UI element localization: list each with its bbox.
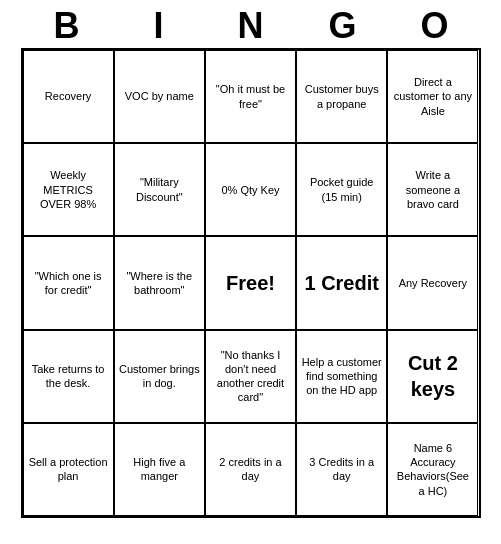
bingo-letter-b: B <box>21 8 113 44</box>
bingo-cell-17: "No thanks I don't need another credit c… <box>205 330 296 423</box>
bingo-cell-14: Any Recovery <box>387 236 478 329</box>
bingo-cell-19: Cut 2 keys <box>387 330 478 423</box>
bingo-header: BINGO <box>21 8 481 44</box>
bingo-cell-7: 0% Qty Key <box>205 143 296 236</box>
bingo-cell-13: 1 Credit <box>296 236 387 329</box>
bingo-letter-i: I <box>113 8 205 44</box>
bingo-cell-21: High five a manger <box>114 423 205 516</box>
bingo-cell-5: Weekly METRICS OVER 98% <box>23 143 114 236</box>
bingo-cell-20: Sell a protection plan <box>23 423 114 516</box>
bingo-cell-22: 2 credits in a day <box>205 423 296 516</box>
bingo-cell-9: Write a someone a bravo card <box>387 143 478 236</box>
bingo-cell-1: VOC by name <box>114 50 205 143</box>
bingo-cell-15: Take returns to the desk. <box>23 330 114 423</box>
bingo-cell-3: Customer buys a propane <box>296 50 387 143</box>
bingo-cell-0: Recovery <box>23 50 114 143</box>
bingo-cell-2: "Oh it must be free" <box>205 50 296 143</box>
bingo-letter-g: G <box>297 8 389 44</box>
bingo-cell-6: "Military Discount" <box>114 143 205 236</box>
bingo-cell-10: "Which one is for credit" <box>23 236 114 329</box>
bingo-cell-16: Customer brings in dog. <box>114 330 205 423</box>
bingo-cell-8: Pocket guide (15 min) <box>296 143 387 236</box>
bingo-cell-24: Name 6 Accuracy Behaviors(See a HC) <box>387 423 478 516</box>
bingo-cell-23: 3 Credits in a day <box>296 423 387 516</box>
bingo-cell-11: "Where is the bathroom" <box>114 236 205 329</box>
bingo-cell-12: Free! <box>205 236 296 329</box>
bingo-letter-n: N <box>205 8 297 44</box>
bingo-grid: RecoveryVOC by name"Oh it must be free"C… <box>21 48 481 518</box>
bingo-cell-18: Help a customer find something on the HD… <box>296 330 387 423</box>
bingo-cell-4: Direct a customer to any Aisle <box>387 50 478 143</box>
bingo-letter-o: O <box>389 8 481 44</box>
